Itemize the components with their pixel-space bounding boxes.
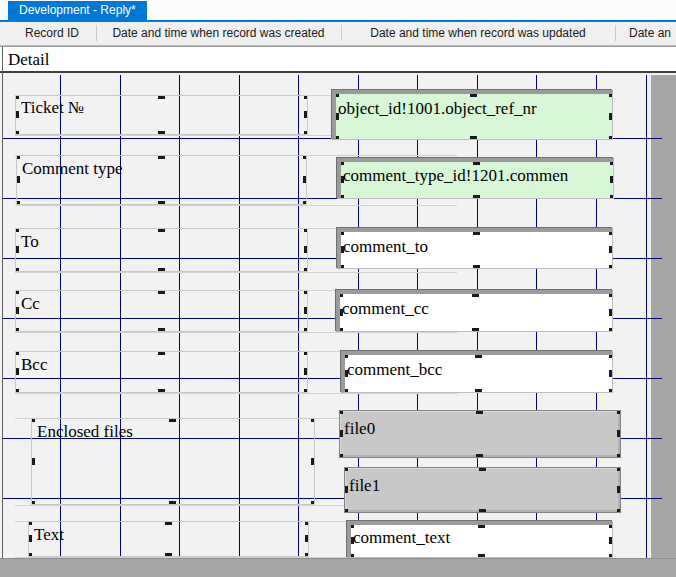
selection-handle[interactable]: [332, 90, 339, 97]
selection-handle[interactable]: [15, 111, 19, 118]
selection-handle[interactable]: [158, 351, 165, 355]
selection-handle[interactable]: [337, 265, 344, 269]
selection-handle[interactable]: [305, 553, 309, 557]
selection-handle[interactable]: [304, 246, 308, 253]
selection-handle[interactable]: [476, 454, 483, 458]
selection-handle[interactable]: [158, 155, 165, 159]
label-text[interactable]: Text: [28, 521, 309, 557]
selection-handle[interactable]: [158, 228, 165, 232]
selection-handle[interactable]: [341, 370, 348, 377]
selection-handle[interactable]: [16, 155, 20, 159]
selection-handle[interactable]: [472, 328, 479, 332]
selection-handle[interactable]: [15, 246, 19, 253]
selection-handle[interactable]: [165, 553, 172, 557]
selection-handle[interactable]: [158, 389, 165, 393]
field-object-ref-nr[interactable]: object_id!1001.object_ref_nr: [332, 90, 613, 140]
selection-handle[interactable]: [609, 246, 613, 253]
selection-handle[interactable]: [473, 228, 480, 235]
selection-handle[interactable]: [609, 389, 613, 393]
selection-handle[interactable]: [15, 95, 19, 99]
selection-handle[interactable]: [337, 158, 344, 165]
selection-handle[interactable]: [339, 410, 343, 414]
selection-handle[interactable]: [304, 268, 308, 272]
selection-handle[interactable]: [609, 265, 613, 269]
selection-handle[interactable]: [347, 521, 354, 528]
selection-handle[interactable]: [337, 228, 344, 235]
selection-handle[interactable]: [31, 458, 35, 465]
selection-handle[interactable]: [344, 509, 348, 513]
selection-handle[interactable]: [609, 554, 613, 558]
selection-handle[interactable]: [336, 328, 343, 332]
column-header-date-partial[interactable]: Date an: [615, 22, 676, 45]
selection-handle[interactable]: [332, 113, 339, 120]
tab-development-reply[interactable]: Development - Reply*: [8, 1, 147, 20]
label-cc[interactable]: Cc: [15, 290, 308, 332]
column-header-created[interactable]: Date and time when record was created: [96, 22, 341, 45]
selection-handle[interactable]: [28, 553, 32, 557]
selection-handle[interactable]: [478, 521, 485, 528]
label-to[interactable]: To: [15, 228, 308, 272]
selection-handle[interactable]: [31, 418, 35, 422]
selection-handle[interactable]: [339, 454, 343, 458]
selection-handle[interactable]: [341, 351, 348, 358]
selection-handle[interactable]: [336, 290, 343, 297]
selection-handle[interactable]: [15, 328, 19, 332]
selection-handle[interactable]: [303, 176, 307, 183]
selection-handle[interactable]: [337, 246, 344, 253]
selection-handle[interactable]: [339, 430, 343, 437]
selection-handle[interactable]: [475, 351, 482, 358]
selection-handle[interactable]: [610, 176, 614, 183]
selection-handle[interactable]: [337, 176, 344, 183]
selection-handle[interactable]: [15, 228, 19, 232]
selection-handle[interactable]: [304, 307, 308, 314]
selection-handle[interactable]: [473, 195, 480, 199]
field-comment-text[interactable]: comment_text: [347, 521, 613, 558]
selection-handle[interactable]: [476, 410, 483, 414]
selection-handle[interactable]: [304, 389, 308, 393]
selection-handle[interactable]: [336, 309, 343, 316]
selection-handle[interactable]: [344, 486, 348, 493]
selection-handle[interactable]: [609, 290, 613, 297]
field-file0[interactable]: file0: [339, 410, 621, 458]
label-ticket-no[interactable]: Ticket №: [15, 95, 308, 135]
selection-handle[interactable]: [347, 554, 354, 558]
selection-handle[interactable]: [28, 521, 32, 525]
selection-handle[interactable]: [472, 290, 479, 297]
selection-handle[interactable]: [341, 389, 348, 393]
column-header-updated[interactable]: Date and time when record was updated: [341, 22, 615, 45]
field-comment-to[interactable]: comment_to: [337, 228, 613, 269]
selection-handle[interactable]: [617, 430, 621, 437]
selection-handle[interactable]: [304, 328, 308, 332]
selection-handle[interactable]: [475, 389, 482, 393]
selection-handle[interactable]: [158, 131, 165, 135]
selection-handle[interactable]: [617, 467, 621, 471]
selection-handle[interactable]: [158, 290, 165, 294]
selection-handle[interactable]: [303, 155, 307, 159]
field-file1[interactable]: file1: [344, 467, 621, 513]
selection-handle[interactable]: [158, 95, 165, 99]
selection-handle[interactable]: [617, 410, 621, 414]
selection-handle[interactable]: [305, 535, 309, 542]
selection-handle[interactable]: [304, 95, 308, 99]
selection-handle[interactable]: [610, 158, 614, 165]
selection-handle[interactable]: [15, 268, 19, 272]
selection-handle[interactable]: [15, 290, 19, 294]
selection-handle[interactable]: [332, 136, 339, 140]
selection-handle[interactable]: [15, 131, 19, 135]
selection-handle[interactable]: [479, 509, 486, 513]
selection-handle[interactable]: [165, 521, 172, 525]
selection-handle[interactable]: [15, 351, 19, 355]
selection-handle[interactable]: [304, 351, 308, 355]
selection-handle[interactable]: [31, 501, 35, 505]
label-comment-type[interactable]: Comment type: [16, 155, 307, 205]
selection-handle[interactable]: [617, 454, 621, 458]
selection-handle[interactable]: [169, 501, 176, 505]
field-comment-cc[interactable]: comment_cc: [336, 290, 613, 332]
detail-band-header[interactable]: Detail: [0, 46, 676, 73]
selection-handle[interactable]: [470, 90, 477, 97]
selection-handle[interactable]: [303, 201, 307, 205]
selection-handle[interactable]: [28, 535, 32, 542]
selection-handle[interactable]: [304, 290, 308, 294]
label-enclosed-files[interactable]: Enclosed files: [31, 418, 315, 505]
column-header-record-id[interactable]: Record ID: [8, 22, 96, 45]
